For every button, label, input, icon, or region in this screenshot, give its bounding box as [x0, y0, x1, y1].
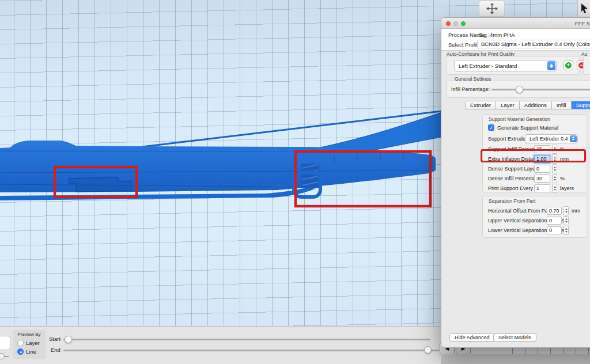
print-support-every-unit: layers	[560, 185, 574, 191]
radio-line[interactable]: Line	[17, 348, 36, 355]
stepper-icon[interactable]	[552, 184, 557, 193]
start-slider-thumb[interactable]	[65, 336, 72, 343]
dense-support-layers-label: Dense Support Layers	[488, 166, 534, 172]
upper-vertical-row: Upper Vertical Separation Layers	[488, 215, 572, 225]
line-radio-control[interactable]	[17, 348, 24, 355]
chevron-up-down-icon	[570, 135, 577, 142]
horizontal-offset-label: Horizontal Offset From Part	[488, 208, 547, 214]
tab-additions[interactable]: Additions	[520, 101, 552, 109]
cursor-tool-button[interactable]	[577, 0, 590, 17]
generate-support-row: ✓ Generate Support Material	[488, 123, 558, 132]
dense-support-layers-row: Dense Support Layers	[488, 164, 560, 173]
horizontal-offset-unit: mm	[572, 208, 580, 214]
process-name-value[interactable]: Sig .4mm PHA	[479, 32, 515, 38]
infill-percentage-label: Infill Percentage:	[451, 86, 490, 92]
lower-vertical-input[interactable]	[547, 226, 562, 234]
clipped-mini-slider-thumb[interactable]	[0, 353, 5, 359]
print-support-every-input[interactable]	[534, 184, 550, 192]
extra-inflation-highlight-annotation	[481, 149, 586, 162]
support-extruder-row: Support Extruder Left Extruder 0.4	[488, 134, 586, 143]
layer-radio-label: Layer	[26, 340, 40, 346]
horizontal-offset-input[interactable]	[547, 207, 562, 215]
settings-tab-bar: Extruder Layer Additions Infill Support …	[465, 101, 590, 109]
add-quality-button[interactable]: +	[563, 60, 573, 70]
cursor-icon	[580, 3, 588, 13]
stepper-icon[interactable]	[552, 164, 557, 173]
chevron-up-down-icon	[547, 61, 555, 70]
tab-extruder[interactable]: Extruder	[466, 101, 496, 109]
quality-dropdown[interactable]: Left Extruder - Standard	[454, 60, 557, 71]
support-group-title: Support Material Generation	[489, 116, 550, 122]
dense-infill-unit: %	[560, 176, 565, 181]
preview-by-label: Preview By	[13, 332, 46, 337]
start-slider-label: Start	[49, 336, 60, 342]
lower-vertical-row: Lower Vertical Separation Layers	[488, 225, 572, 235]
print-support-every-row: Print Support Every layers	[488, 183, 574, 193]
infill-slider-thumb[interactable]	[516, 86, 523, 93]
fff-settings-dialog: FFF Settings Process Name: Sig .4mm PHA …	[441, 17, 590, 348]
stepper-icon[interactable]	[563, 226, 569, 235]
line-radio-label: Line	[26, 348, 36, 355]
select-profile-dropdown[interactable]: BCN3D Sigma - Left Extruder 0.4 Only (Co…	[477, 40, 590, 48]
preview-by-panel: Preview By Layer Line	[13, 330, 46, 359]
print-support-every-label: Print Support Every	[488, 185, 534, 191]
dialog-titlebar[interactable]: FFF Settings	[441, 18, 590, 29]
toolbar-lower-band	[441, 354, 590, 364]
clipped-toolbar-button[interactable]	[0, 336, 10, 350]
hide-advanced-button[interactable]: Hide Advanced	[449, 333, 495, 342]
quality-groupbox: Left Extruder - Standard + −	[446, 56, 580, 75]
dense-infill-input[interactable]	[534, 175, 550, 183]
dense-support-layers-input[interactable]	[534, 165, 550, 173]
general-settings-groupbox: Infill Percentage:	[446, 81, 590, 98]
select-models-button[interactable]: Select Models	[493, 333, 536, 342]
end-slider-track[interactable]	[63, 350, 439, 351]
separation-groupbox: Separation From Part Horizontal Offset F…	[482, 196, 587, 238]
plus-icon: +	[565, 62, 572, 69]
stepper-icon[interactable]	[563, 216, 569, 225]
support-extruder-label: Support Extruder	[488, 136, 523, 142]
move-tool-button[interactable]	[479, 1, 505, 17]
stepper-icon[interactable]	[552, 174, 557, 183]
dense-infill-row: Dense Infill Percentage %	[488, 173, 565, 183]
upper-vertical-label: Upper Vertical Separation Layers	[488, 218, 547, 223]
separation-group-title: Separation From Part	[489, 198, 535, 204]
support-extruder-dropdown[interactable]: Left Extruder 0.4	[525, 134, 578, 143]
dialog-title: FFF Settings	[441, 20, 590, 26]
generate-support-checkbox[interactable]: ✓	[488, 124, 494, 131]
dense-infill-label: Dense Infill Percentage	[488, 176, 534, 181]
support-extruder-value: Left Extruder 0.4	[530, 136, 568, 142]
radio-layer[interactable]: Layer	[17, 340, 40, 346]
horizontal-offset-row: Horizontal Offset From Part mm	[488, 206, 580, 215]
upper-vertical-input[interactable]	[547, 217, 562, 225]
tab-layer[interactable]: Layer	[496, 101, 520, 109]
quality-groupbox-right-clipped	[583, 56, 590, 75]
end-slider-label: End	[51, 347, 60, 353]
stepper-icon[interactable]	[563, 206, 569, 215]
start-slider-track[interactable]	[63, 339, 430, 340]
infill-slider-track[interactable]	[491, 89, 590, 90]
move-icon	[486, 3, 498, 14]
end-slider-thumb[interactable]	[424, 346, 432, 354]
tab-infill[interactable]: Infill	[552, 101, 572, 109]
quality-dropdown-value: Left Extruder - Standard	[459, 63, 517, 69]
generate-support-label: Generate Support Material	[497, 125, 558, 131]
layer-radio-control[interactable]	[17, 340, 24, 346]
tab-support[interactable]: Support	[572, 101, 590, 109]
lower-vertical-label: Lower Vertical Separation Layers	[488, 227, 547, 233]
